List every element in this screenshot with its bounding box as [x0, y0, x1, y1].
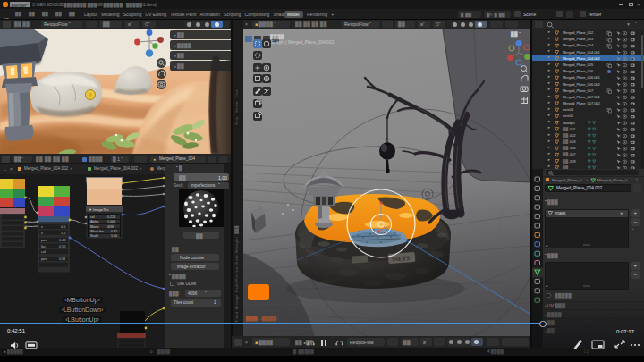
svg-text:v: v — [41, 225, 43, 229]
svg-text:0.61: 0.61 — [59, 257, 65, 261]
svg-text:▼ ImageTex: ▼ ImageTex — [89, 207, 108, 212]
svg-text:v: v — [41, 232, 43, 235]
svg-text:Scale: Scale — [90, 234, 98, 238]
svg-text:col: col — [41, 250, 46, 254]
svg-text:1.0: 1.0 — [61, 232, 65, 235]
svg-text:fac: fac — [41, 245, 46, 248]
svg-text:1.00: 1.00 — [111, 234, 117, 238]
svg-text:0.214: 0.214 — [107, 215, 115, 219]
svg-text:1.000: 1.000 — [107, 220, 115, 223]
svg-text:0.5: 0.5 — [61, 225, 65, 229]
svg-text:4096: 4096 — [107, 225, 114, 229]
svg-text:0.32: 0.32 — [111, 230, 117, 233]
svg-text:Max x: Max x — [90, 225, 99, 229]
svg-text:Wave len: Wave len — [90, 230, 104, 233]
svg-text:SŒYS: SŒYS — [392, 254, 410, 262]
svg-text:col: col — [90, 215, 95, 219]
svg-text:pos: pos — [41, 239, 47, 242]
svg-text:pos: pos — [41, 257, 47, 261]
svg-text:Alpha: Alpha — [90, 220, 98, 223]
svg-text:0.50: 0.50 — [59, 245, 65, 248]
svg-text:0.43: 0.43 — [59, 239, 65, 242]
